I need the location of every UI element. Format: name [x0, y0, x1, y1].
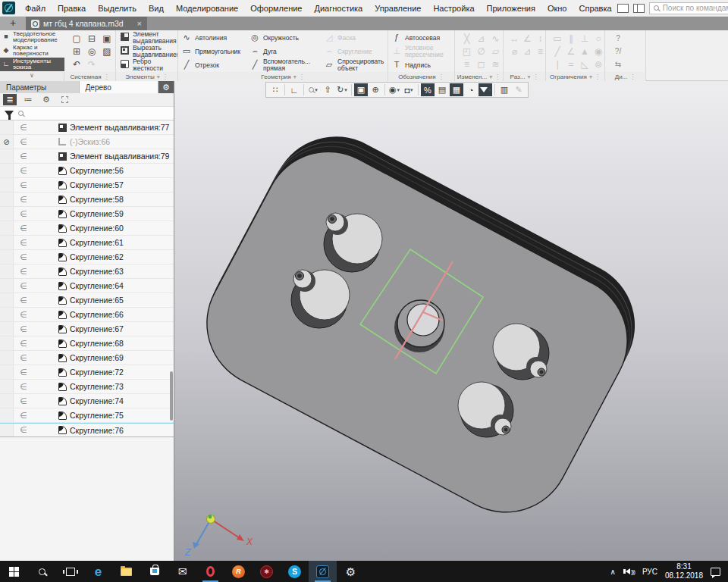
- clipboard-button[interactable]: ▤: [435, 83, 449, 96]
- segment-button[interactable]: ╱Отрезок: [181, 58, 249, 72]
- save-as-button[interactable]: ▨: [99, 45, 115, 58]
- taskbar-task-view[interactable]: [56, 561, 84, 582]
- mode-button[interactable]: ◆Каркас и поверхности: [0, 44, 64, 58]
- filter-icon[interactable]: [5, 111, 14, 117]
- tree-item[interactable]: ∈Скругление:74: [0, 394, 174, 408]
- open-document-button[interactable]: ⊟: [84, 32, 99, 45]
- print-button[interactable]: ⊞: [69, 45, 84, 58]
- cut-extrude-button[interactable]: Вырезать выдавливанием: [119, 45, 177, 58]
- dropdown-arrow-icon[interactable]: ▾: [397, 87, 400, 93]
- tree-item[interactable]: ∈Скругление:66: [0, 308, 174, 322]
- menu-вид[interactable]: Вид: [143, 2, 169, 15]
- menu-управление[interactable]: Управление: [369, 2, 426, 15]
- taskbar-skype[interactable]: S: [281, 561, 309, 582]
- tab-parameters[interactable]: Параметры: [0, 81, 80, 93]
- action-center-icon[interactable]: [711, 568, 720, 576]
- taskbar-store[interactable]: [140, 561, 168, 582]
- construction-line-button[interactable]: ╱Вспомогатель... прямая: [249, 58, 324, 72]
- mode-more-button[interactable]: ∨: [0, 72, 64, 81]
- hide-objects-button[interactable]: ◉▾: [388, 83, 401, 96]
- tree-scrollbar[interactable]: [168, 121, 173, 483]
- mode-button[interactable]: ∟Инструменты эскиза: [0, 58, 64, 71]
- tray-expand-icon[interactable]: ∧: [610, 568, 616, 576]
- tree-item[interactable]: ∈Скругление:75: [0, 408, 174, 423]
- panel-settings-button[interactable]: ⚙: [158, 81, 174, 93]
- new-document-tab-button[interactable]: +: [0, 17, 26, 30]
- menu-оформление[interactable]: Оформление: [245, 2, 307, 15]
- taskbar-r-orange[interactable]: R: [224, 561, 253, 582]
- protractor-button[interactable]: ◔: [464, 83, 478, 96]
- taskbar-kompas[interactable]: [309, 561, 337, 582]
- menu-правка[interactable]: Правка: [52, 2, 91, 15]
- tree-item[interactable]: ∈Скругление:67: [0, 322, 174, 336]
- grip-button[interactable]: ∷: [268, 83, 282, 96]
- taskbar-start[interactable]: [0, 561, 28, 582]
- tree-item[interactable]: ∈Скругление:72: [0, 365, 174, 380]
- zoom-button[interactable]: ▾: [306, 83, 320, 96]
- taskbar-r-darkred[interactable]: ✱: [253, 561, 281, 582]
- tree-item[interactable]: ∈Скругление:63: [0, 264, 174, 279]
- hidden-eye-icon[interactable]: ⊘: [0, 135, 14, 149]
- snaps-button[interactable]: %: [421, 83, 435, 96]
- tree-item[interactable]: ∈Скругление:69: [0, 351, 174, 365]
- orientation-button[interactable]: ⇧: [321, 83, 334, 96]
- tree-item[interactable]: ∈Скругление:58: [0, 192, 174, 207]
- volume-icon[interactable]: ))): [623, 568, 635, 575]
- new-document-button[interactable]: ▢: [69, 32, 84, 45]
- menu-справка[interactable]: Справка: [573, 2, 617, 15]
- tree-structure-view-button[interactable]: ≣: [3, 94, 17, 105]
- tree-item[interactable]: ∈Скругление:59: [0, 207, 174, 221]
- tree-item[interactable]: ∈Скругление:57: [0, 178, 174, 192]
- tree-item[interactable]: ∈Скругление:64: [0, 279, 174, 293]
- tree-item[interactable]: ∈Скругление:60: [0, 221, 174, 236]
- properties-columns-button[interactable]: ▥: [497, 83, 511, 96]
- filter-button[interactable]: ▾: [479, 83, 492, 96]
- save-button[interactable]: ▣: [99, 32, 115, 45]
- taskbar-mail[interactable]: ✉: [168, 561, 196, 582]
- tree-item[interactable]: ∈Скругление:62: [0, 250, 174, 264]
- taskbar-opera[interactable]: [196, 561, 224, 582]
- command-search-input[interactable]: [663, 4, 728, 12]
- shaded-view-button[interactable]: ▣: [354, 83, 368, 96]
- model-canvas[interactable]: X Z: [174, 81, 728, 561]
- tree-item[interactable]: ∈Скругление:65: [0, 293, 174, 308]
- arc-button[interactable]: ⌢Дуга: [249, 45, 324, 58]
- document-tab[interactable]: мт гбц 4 клапана.m3d ×: [26, 17, 147, 30]
- tree-relations-view-button[interactable]: ⚙: [39, 94, 53, 105]
- wireframe-view-button[interactable]: ⊕: [369, 83, 382, 96]
- tree-item[interactable]: ∈Элемент выдавливания:79: [0, 149, 174, 164]
- taskbar-search[interactable]: [28, 561, 56, 582]
- project-object-button[interactable]: ▱Спроецировать объект: [324, 58, 388, 72]
- menu-окно[interactable]: Окно: [542, 2, 573, 15]
- menu-выделить[interactable]: Выделить: [93, 2, 142, 15]
- taskbar-settings[interactable]: ⚙: [337, 561, 365, 582]
- tab-tree[interactable]: Дерево: [80, 81, 159, 93]
- autoline-button[interactable]: ∿Автолиния: [181, 31, 249, 45]
- mode-button[interactable]: ■Твердотельное моделирование: [0, 30, 64, 44]
- tree-item[interactable]: ∈Скругление:76: [0, 423, 174, 437]
- tree-order-view-button[interactable]: ≔: [21, 94, 35, 105]
- menu-диагностика[interactable]: Диагностика: [309, 2, 368, 15]
- rib-button[interactable]: Ребро жесткости: [119, 58, 177, 72]
- model-viewport[interactable]: ∷∟▾⇧↻▾▣⊕◉▾◘▾%▤▦◔▾▥✎: [174, 81, 728, 561]
- menu-моделирование[interactable]: Моделирование: [171, 2, 243, 15]
- menu-файл[interactable]: Файл: [20, 2, 51, 15]
- command-search[interactable]: [649, 2, 728, 14]
- section-view-button[interactable]: ◘▾: [402, 83, 416, 96]
- dropdown-arrow-icon[interactable]: ▾: [315, 87, 318, 93]
- scrollbar-thumb[interactable]: [170, 371, 173, 421]
- print-preview-button[interactable]: ◎: [84, 45, 99, 58]
- taskbar-edge[interactable]: e: [84, 561, 112, 582]
- text-label-button[interactable]: TНадпись: [391, 58, 454, 72]
- circle-button[interactable]: ◎Окружность: [249, 31, 324, 45]
- menu-настройка[interactable]: Настройка: [428, 2, 479, 15]
- tree-item[interactable]: ∈Скругление:56: [0, 164, 174, 178]
- menu-приложения[interactable]: Приложения: [482, 2, 541, 15]
- auto-axis-button[interactable]: ƒАвтоосевая: [391, 31, 454, 45]
- tree-selection-area-button[interactable]: [58, 94, 71, 105]
- tree-item[interactable]: ∈Скругление:61: [0, 236, 174, 250]
- language-indicator[interactable]: РУС: [642, 568, 657, 576]
- rectangle-button[interactable]: ▭Прямоугольник: [181, 45, 249, 58]
- tree-search-input[interactable]: [27, 109, 174, 117]
- tree-item[interactable]: ∈Скругление:68: [0, 336, 174, 351]
